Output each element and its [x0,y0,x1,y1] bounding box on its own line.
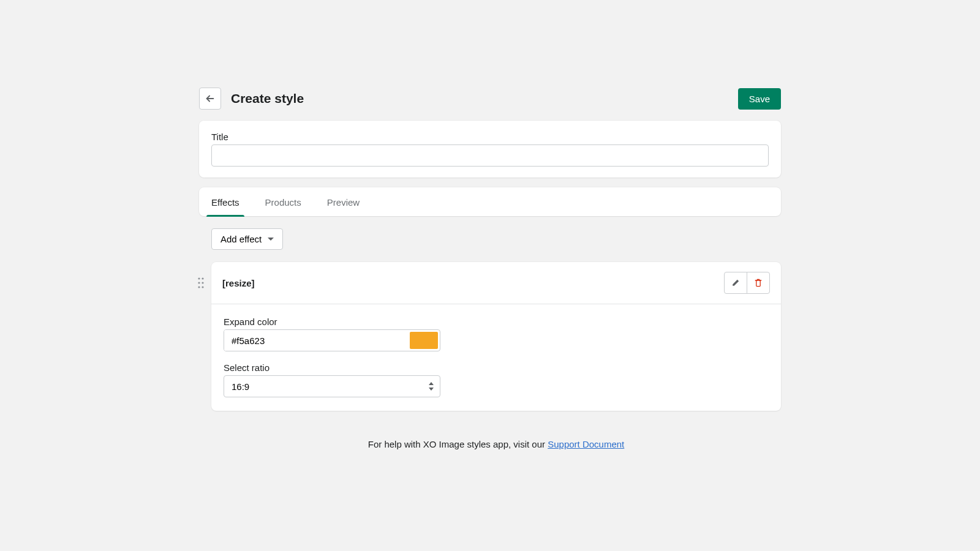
select-ratio-label: Select ratio [224,362,769,373]
tab-label: Products [265,197,301,208]
effect-item: [resize] [211,262,781,411]
tab-label: Preview [327,197,360,208]
drag-handle[interactable] [197,277,205,289]
page-title: Create style [231,91,738,106]
add-effect-label: Add effect [221,234,262,244]
expand-color-field[interactable] [224,329,440,351]
caret-down-icon [268,238,274,241]
tab-products[interactable]: Products [265,187,301,216]
pencil-icon [731,278,741,288]
expand-color-input[interactable] [224,330,408,351]
title-label: Title [211,132,769,142]
svg-point-6 [202,286,203,288]
edit-effect-button[interactable] [724,272,747,294]
back-button[interactable] [199,88,221,110]
expand-color-label: Expand color [224,317,769,327]
add-effect-button[interactable]: Add effect [211,228,283,250]
save-button[interactable]: Save [738,88,781,110]
title-input[interactable] [211,144,769,167]
svg-point-1 [198,277,200,279]
svg-point-2 [202,277,203,279]
tab-preview[interactable]: Preview [327,187,360,216]
arrow-left-icon [205,93,216,104]
delete-effect-button[interactable] [747,272,770,294]
svg-point-4 [202,282,203,283]
tabs: Effects Products Preview [199,187,781,216]
tab-effects[interactable]: Effects [211,187,239,216]
effect-title: [resize] [222,278,724,288]
footer: For help with XO Image styles app, visit… [211,439,781,449]
footer-text: For help with XO Image styles app, visit… [368,439,548,449]
svg-point-5 [198,286,200,288]
select-ratio-dropdown[interactable]: 16:9 [224,375,440,397]
support-link[interactable]: Support Document [548,439,624,449]
svg-point-3 [198,282,200,283]
trash-icon [753,278,763,288]
drag-icon [197,277,205,289]
color-swatch[interactable] [410,332,438,349]
tab-label: Effects [211,197,239,208]
